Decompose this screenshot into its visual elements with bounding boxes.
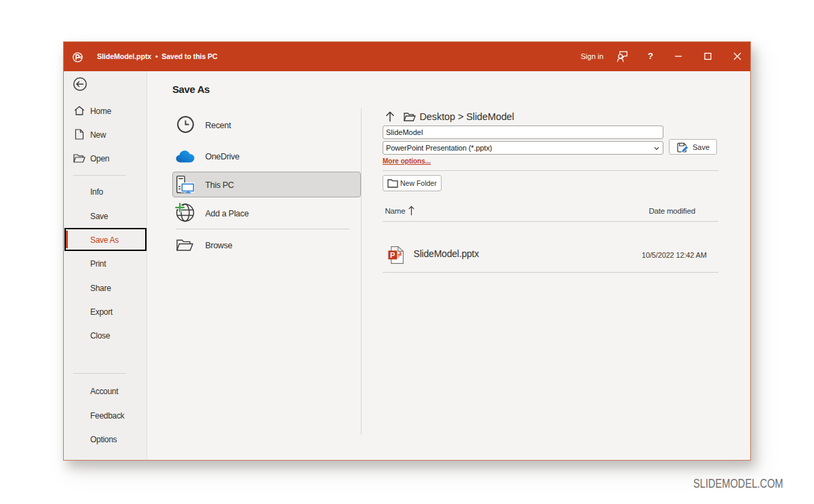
svg-text:P: P <box>390 251 395 259</box>
